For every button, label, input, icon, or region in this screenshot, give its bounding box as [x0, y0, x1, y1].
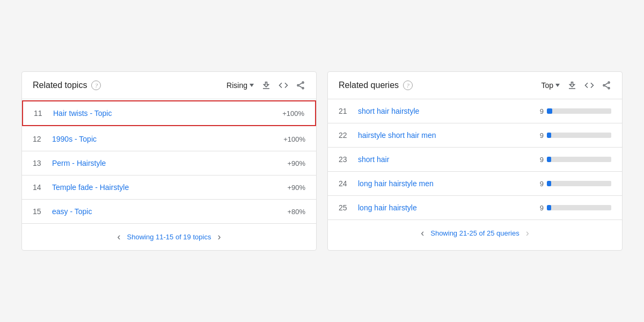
topics-filter-dropdown[interactable]: Rising: [226, 81, 254, 90]
query-item-3-num: 23: [339, 155, 352, 164]
query-item-3-bar-num: 9: [538, 156, 544, 164]
query-item-1: 21 short hair hairstyle 9: [328, 99, 622, 123]
svg-line-3: [299, 86, 302, 87]
query-item-2-bar-track: [547, 133, 611, 138]
topics-footer-text: Showing 11-15 of 19 topics: [127, 233, 211, 241]
query-item-5-bar-num: 9: [538, 204, 544, 212]
query-item-4: 24 long hair hairstyle men 9: [328, 172, 622, 196]
svg-point-1: [297, 85, 299, 86]
svg-point-2: [302, 87, 304, 89]
query-item-5: 25 long hair hairstyle 9: [328, 196, 622, 219]
queries-next-arrow[interactable]: ›: [526, 228, 529, 239]
topics-header-left: Related topics ?: [33, 80, 101, 90]
topics-prev-arrow[interactable]: ‹: [118, 231, 121, 243]
topic-item-4-left: 14 Temple fade - Hairstyle: [33, 183, 129, 192]
topic-item-5-link[interactable]: easy - Topic: [52, 207, 92, 216]
topics-download-button[interactable]: [261, 80, 271, 90]
topics-panel-title: Related topics: [33, 80, 87, 90]
topics-next-arrow[interactable]: ›: [217, 231, 221, 243]
topic-item-1-link[interactable]: Hair twists - Topic: [53, 109, 112, 118]
query-item-3: 23 short hair 9: [328, 148, 622, 172]
topic-item-3-left: 13 Perm - Hairstyle: [33, 159, 106, 167]
topic-item-4-link[interactable]: Temple fade - Hairstyle: [52, 183, 129, 192]
queries-download-button[interactable]: [567, 80, 577, 90]
topic-item-5-left: 15 easy - Topic: [33, 207, 92, 216]
svg-point-6: [603, 85, 605, 86]
topic-item-4-value: +90%: [287, 184, 305, 192]
topics-header-divider: [22, 99, 316, 99]
svg-point-5: [608, 82, 610, 83]
topic-item-1-num: 11: [34, 109, 47, 118]
query-item-5-bar-track: [547, 205, 611, 210]
query-item-2-link[interactable]: hairstyle short hair men: [358, 131, 436, 140]
query-item-5-left: 25 long hair hairstyle: [339, 203, 417, 212]
queries-panel-footer: ‹ Showing 21-25 of 25 queries ›: [328, 219, 622, 246]
topic-item-5: 15 easy - Topic +80%: [22, 200, 316, 223]
queries-share-button[interactable]: [602, 80, 611, 90]
topics-filter-label: Rising: [226, 81, 247, 90]
query-item-2-bar: 9: [538, 131, 611, 140]
topic-item-2-value: +100%: [283, 135, 305, 143]
topics-share-button[interactable]: [296, 80, 305, 90]
query-item-3-bar-fill: [547, 157, 551, 162]
topic-item-2-link[interactable]: 1990s - Topic: [52, 135, 97, 143]
query-item-5-num: 25: [339, 203, 352, 212]
queries-embed-button[interactable]: [584, 80, 594, 90]
query-item-1-bar-num: 9: [538, 107, 544, 115]
query-item-1-link[interactable]: short hair hairstyle: [358, 107, 419, 115]
topic-item-2: 12 1990s - Topic +100%: [22, 127, 316, 151]
query-item-5-bar: 9: [538, 204, 611, 212]
svg-line-4: [299, 83, 302, 85]
query-item-2-num: 22: [339, 131, 352, 140]
queries-prev-arrow[interactable]: ‹: [421, 228, 424, 239]
topics-embed-button[interactable]: [279, 80, 288, 90]
queries-help-icon[interactable]: ?: [403, 80, 413, 90]
svg-line-9: [605, 83, 608, 85]
query-item-2-bar-fill: [547, 133, 551, 138]
topics-list: 11 Hair twists - Topic +100% 12 1990s - …: [22, 100, 316, 223]
topics-panel-footer: ‹ Showing 11-15 of 19 topics ›: [22, 223, 316, 250]
topic-item-4: 14 Temple fade - Hairstyle +90%: [22, 175, 316, 200]
query-item-2-bar-num: 9: [538, 131, 544, 140]
queries-list: 21 short hair hairstyle 9 22 hairstyle s…: [328, 99, 622, 219]
query-item-5-bar-fill: [547, 205, 551, 210]
query-item-1-left: 21 short hair hairstyle: [339, 107, 419, 115]
topic-item-3-link[interactable]: Perm - Hairstyle: [52, 159, 106, 167]
query-item-4-bar-num: 9: [538, 180, 544, 188]
topic-item-1-left: 11 Hair twists - Topic: [34, 109, 112, 118]
query-item-4-bar-fill: [547, 181, 551, 186]
topic-item-2-left: 12 1990s - Topic: [33, 135, 97, 143]
topics-dropdown-arrow-icon: [250, 84, 254, 87]
query-item-1-num: 21: [339, 107, 352, 115]
query-item-4-link[interactable]: long hair hairstyle men: [358, 179, 434, 188]
queries-footer-text: Showing 21-25 of 25 queries: [430, 229, 519, 237]
query-item-4-num: 24: [339, 179, 352, 188]
query-item-3-bar: 9: [538, 156, 611, 164]
topic-item-5-num: 15: [33, 207, 46, 216]
main-container: Related topics ? Rising: [0, 55, 644, 267]
query-item-4-bar: 9: [538, 180, 611, 188]
query-item-3-bar-track: [547, 157, 611, 162]
queries-filter-dropdown[interactable]: Top: [541, 81, 560, 90]
queries-panel-header: Related queries ? Top: [328, 72, 622, 99]
related-topics-panel: Related topics ? Rising: [21, 71, 317, 251]
topic-item-5-value: +80%: [287, 208, 305, 216]
topics-header-right: Rising: [226, 80, 305, 90]
topic-item-1-value: +100%: [282, 109, 304, 118]
topic-item-3-value: +90%: [287, 159, 305, 167]
topic-item-4-num: 14: [33, 183, 46, 192]
query-item-5-link[interactable]: long hair hairstyle: [358, 203, 417, 212]
queries-dropdown-arrow-icon: [555, 84, 560, 87]
query-item-4-bar-track: [547, 181, 611, 186]
queries-header-left: Related queries ?: [339, 80, 413, 90]
queries-header-right: Top: [541, 80, 611, 90]
queries-panel-title: Related queries: [339, 80, 399, 90]
related-queries-panel: Related queries ? Top: [327, 71, 623, 251]
query-item-2-left: 22 hairstyle short hair men: [339, 131, 436, 140]
topic-item-3-num: 13: [33, 159, 46, 167]
query-item-3-link[interactable]: short hair: [358, 155, 389, 164]
svg-point-0: [302, 82, 304, 83]
query-item-2: 22 hairstyle short hair men 9: [328, 123, 622, 148]
topics-help-icon[interactable]: ?: [91, 80, 101, 90]
query-item-1-bar: 9: [538, 107, 611, 115]
